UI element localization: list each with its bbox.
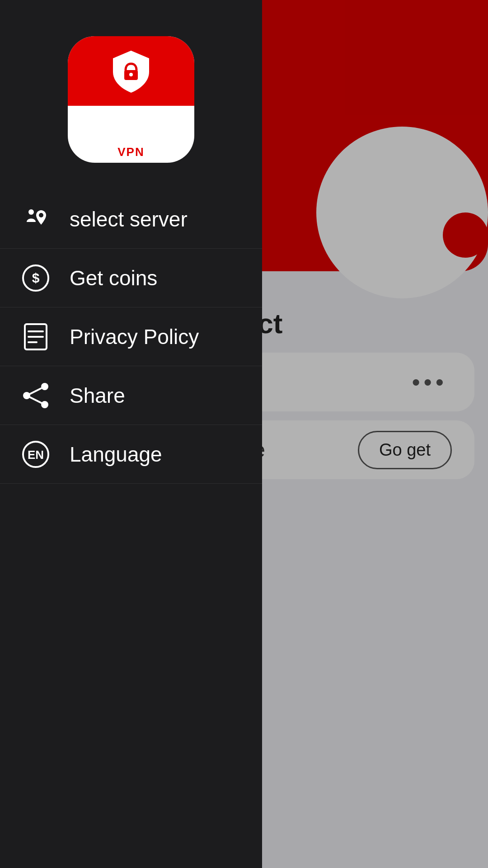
sidebar-item-language[interactable]: EN Language xyxy=(0,425,262,484)
sidebar-item-select-server[interactable]: select server xyxy=(0,190,262,249)
logo-container: VPN xyxy=(0,36,262,163)
get-coins-label: Get coins xyxy=(70,266,157,290)
svg-point-3 xyxy=(39,213,43,217)
svg-point-2 xyxy=(28,209,34,215)
svg-point-1 xyxy=(129,73,133,76)
language-label: Language xyxy=(70,442,162,467)
sidebar-drawer: VPN select server xyxy=(0,0,262,868)
sidebar-item-share[interactable]: Share xyxy=(0,366,262,425)
svg-point-10 xyxy=(41,383,48,390)
select-server-label: select server xyxy=(70,207,188,231)
app-logo: VPN xyxy=(68,36,194,163)
vpn-shield-icon xyxy=(106,46,156,96)
logo-top-red xyxy=(68,36,194,106)
menu-list: select server $ Get coins P xyxy=(0,190,262,868)
svg-point-12 xyxy=(41,401,48,408)
document-list-icon xyxy=(20,321,52,353)
svg-line-13 xyxy=(30,388,41,394)
privacy-policy-label: Privacy Policy xyxy=(70,325,199,349)
share-icon xyxy=(20,380,52,411)
share-label: Share xyxy=(70,383,125,408)
svg-line-14 xyxy=(30,397,41,403)
sidebar-item-get-coins[interactable]: $ Get coins xyxy=(0,249,262,307)
language-icon: EN xyxy=(20,439,52,470)
vpn-label: VPN xyxy=(117,145,144,159)
svg-text:$: $ xyxy=(32,270,40,285)
sidebar-item-privacy-policy[interactable]: Privacy Policy xyxy=(0,307,262,366)
map-pin-icon xyxy=(20,203,52,235)
dollar-circle-icon: $ xyxy=(20,262,52,294)
svg-point-11 xyxy=(23,392,30,399)
svg-text:EN: EN xyxy=(28,448,44,462)
